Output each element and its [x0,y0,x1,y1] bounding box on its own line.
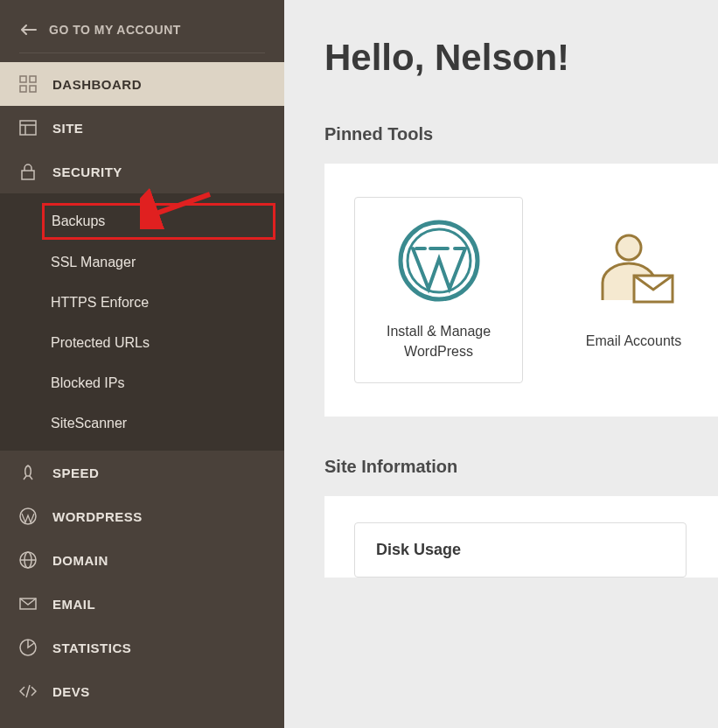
sidebar-item-label: DOMAIN [52,553,108,568]
rocket-icon [19,464,37,481]
sub-item-label: Backups [52,214,105,228]
sidebar-item-statistics[interactable]: STATISTICS [0,626,284,669]
sidebar-item-wordpress[interactable]: WORDPRESS [0,494,284,538]
page-greeting: Hello, Nelson! [324,37,718,79]
arrow-left-icon [21,24,37,35]
tool-label: Install & Manage WordPress [366,322,512,361]
tool-card-email-accounts[interactable]: Email Accounts [549,197,718,383]
disk-usage-title: Disk Usage [376,541,665,559]
pie-chart-icon [19,639,37,656]
email-accounts-tool-icon [592,228,676,312]
sub-item-label: HTTPS Enforce [51,295,149,310]
back-to-account-label: GO TO MY ACCOUNT [49,23,181,37]
site-icon [19,119,37,136]
sidebar-item-domain[interactable]: DOMAIN [0,538,284,582]
sidebar-item-dashboard[interactable]: DASHBOARD [0,62,284,106]
wordpress-tool-icon [397,219,481,303]
sidebar-item-label: STATISTICS [52,640,131,655]
sub-item-label: SSL Manager [51,255,136,270]
sub-item-backups[interactable]: Backups [42,203,275,240]
wordpress-icon [19,508,37,525]
sub-item-label: Protected URLs [51,335,150,350]
tool-label: Email Accounts [586,332,681,351]
back-to-account-link[interactable]: GO TO MY ACCOUNT [0,0,284,52]
sidebar-item-site[interactable]: SITE [0,106,284,150]
svg-point-16 [617,235,641,260]
sidebar-item-speed[interactable]: SPEED [0,451,284,494]
dashboard-icon [19,75,37,93]
sidebar-item-label: DEVS [52,684,90,699]
sub-item-https-enforce[interactable]: HTTPS Enforce [0,283,284,323]
sub-item-protected-urls[interactable]: Protected URLs [0,323,284,363]
sub-item-label: SiteScanner [51,416,127,430]
pinned-tools-panel: Install & Manage WordPress Email Account… [324,164,718,416]
sidebar-item-security[interactable]: SECURITY [0,150,284,193]
sub-item-sitescanner[interactable]: SiteScanner [0,403,284,444]
sidebar-item-label: WORDPRESS [52,509,143,524]
svg-rect-3 [30,86,36,92]
envelope-icon [19,595,37,612]
site-info-title: Site Information [324,457,718,477]
sidebar-item-label: SPEED [52,466,99,480]
sidebar-item-label: SECURITY [52,164,122,179]
code-icon [19,682,37,700]
tools-row: Install & Manage WordPress Email Account… [354,197,718,383]
sidebar-item-devs[interactable]: DEVS [0,669,284,713]
sidebar-item-label: DASHBOARD [52,77,142,92]
sub-item-label: Blocked IPs [51,375,124,390]
sub-item-blocked-ips[interactable]: Blocked IPs [0,363,284,403]
security-submenu: Backups SSL Manager HTTPS Enforce Protec… [0,193,284,451]
lock-icon [19,163,37,180]
site-info-panel: Disk Usage [324,496,718,578]
svg-rect-0 [20,76,26,82]
globe-icon [19,551,37,569]
sidebar-item-label: EMAIL [52,597,95,612]
tool-card-wordpress[interactable]: Install & Manage WordPress [354,197,523,383]
pinned-tools-title: Pinned Tools [324,124,718,144]
sidebar: GO TO MY ACCOUNT DASHBOARD SITE SECURITY… [0,0,284,728]
sidebar-item-label: SITE [52,121,83,136]
main-content: Hello, Nelson! Pinned Tools Install & Ma… [284,0,718,728]
svg-rect-7 [22,171,34,179]
disk-usage-card[interactable]: Disk Usage [354,522,687,578]
svg-rect-1 [30,76,36,82]
svg-rect-2 [20,86,26,92]
sub-item-ssl-manager[interactable]: SSL Manager [0,242,284,283]
svg-rect-4 [20,121,36,135]
sidebar-item-email[interactable]: EMAIL [0,582,284,626]
